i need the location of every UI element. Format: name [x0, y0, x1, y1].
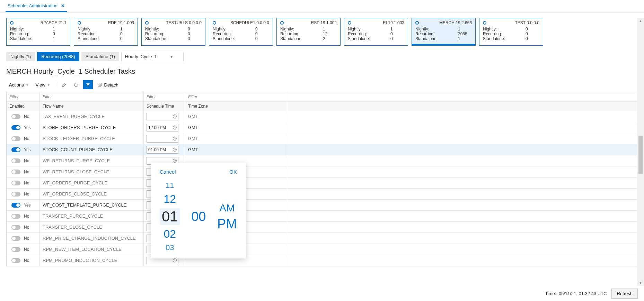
clock-icon[interactable] — [173, 115, 177, 118]
time-picker-ampm[interactable]: AM PM — [217, 202, 237, 231]
tab-scheduler-admin[interactable]: Scheduler Administration ✕ — [6, 0, 67, 12]
enabled-toggle[interactable] — [11, 247, 20, 252]
subtab-standalone[interactable]: Standalone (1) — [81, 52, 119, 61]
view-menu[interactable]: View — [33, 81, 52, 89]
table-row[interactable]: No RPM_PRICE_CHANGE_INDUCTION_CYCLE — [7, 233, 637, 244]
schedule-time-input[interactable] — [147, 135, 178, 143]
table-row[interactable]: No STOCK_LEDGER_PURGE_CYCLE GMT — [7, 133, 637, 144]
filter-timezone[interactable] — [188, 94, 284, 99]
enabled-label: No — [24, 225, 29, 230]
svg-rect-1 — [99, 83, 102, 85]
enabled-toggle[interactable] — [11, 225, 20, 230]
schedule-time-input[interactable]: 01:00 PM — [147, 146, 178, 154]
table-row[interactable]: No WF_RETURNS_CLOSE_CYCLE — [7, 166, 637, 177]
enabled-label: Yes — [24, 203, 31, 208]
timezone: GMT — [188, 136, 198, 141]
table-row[interactable]: No WF_RETURNS_PURGE_CYCLE — [7, 155, 637, 166]
filter-icon[interactable] — [83, 80, 93, 89]
schedule-card[interactable]: TEST 0.0.0.0 Nightly:0 Recurring:0 Stand… — [479, 18, 543, 46]
clock-icon[interactable] — [173, 148, 177, 152]
vertical-scrollbar[interactable]: ▲ ▼ — [637, 18, 644, 286]
time-picker-ok[interactable]: OK — [229, 169, 237, 175]
scroll-thumb[interactable] — [638, 136, 643, 174]
clock-icon[interactable] — [173, 126, 177, 129]
flow-name: TRANSFER_PURGE_CYCLE — [43, 213, 103, 219]
filter-flowname[interactable] — [43, 94, 141, 99]
clock-icon[interactable] — [173, 137, 177, 140]
enabled-toggle[interactable] — [11, 236, 20, 241]
enabled-toggle[interactable] — [11, 170, 20, 174]
flow-name: STOCK_LEDGER_PURGE_CYCLE — [43, 136, 115, 141]
table-row[interactable]: Yes STORE_ORDERS_PURGE_CYCLE 12:00 PM GM… — [7, 122, 637, 133]
subtab-recurring[interactable]: Recurring (2088) — [37, 52, 79, 61]
header-flowname[interactable]: Flow Name — [40, 102, 144, 111]
enabled-toggle[interactable] — [11, 192, 20, 197]
enabled-toggle[interactable] — [11, 203, 20, 208]
enabled-label: Yes — [24, 147, 31, 152]
enabled-label: No — [24, 181, 29, 185]
status-time: Time: 05/11/21, 01:32:43 UTC — [545, 291, 607, 296]
table-row[interactable]: No RPM_PROMO_INDUCTION_CYCLE — [7, 255, 637, 266]
time-picker-cancel[interactable]: Cancel — [160, 169, 176, 175]
header-schedule[interactable]: Schedule Time — [144, 102, 185, 111]
card-title: SCHEDULE1 0.0.0.0 — [230, 20, 269, 25]
clock-icon[interactable] — [173, 159, 177, 163]
scroll-up-icon[interactable]: ▲ — [639, 18, 642, 24]
refresh-icon[interactable] — [71, 80, 81, 89]
enabled-toggle[interactable] — [11, 214, 20, 219]
enabled-toggle[interactable] — [11, 136, 20, 141]
schedule-card[interactable]: RPASCE 21.1 Nightly:1 Recurring:0 Standa… — [6, 18, 70, 46]
flow-name: WF_RETURNS_CLOSE_CYCLE — [43, 169, 109, 174]
enabled-toggle[interactable] — [11, 147, 20, 152]
time-picker-hours[interactable]: 11 12 01 02 03 — [160, 181, 180, 252]
schedule-card[interactable]: TESTURLS 0.0.0.0 Nightly:0 Recurring:0 S… — [141, 18, 205, 46]
close-icon[interactable]: ✕ — [61, 3, 65, 8]
schedule-time-input[interactable]: 12:00 PM — [147, 124, 178, 131]
page-title: MERCH Hourly_Cycle_1 Scheduler Tasks — [6, 67, 638, 75]
enabled-toggle[interactable] — [11, 114, 20, 119]
schedule-card[interactable]: SCHEDULE1 0.0.0.0 Nightly:0 Recurring:0 … — [209, 18, 273, 46]
subtab-nightly[interactable]: Nightly (1) — [6, 52, 35, 61]
schedule-card[interactable]: MERCH 19.2.666 Nightly:1 Recurring:2088 … — [412, 18, 476, 46]
header-timezone[interactable]: Time Zone — [185, 102, 287, 111]
clock-icon[interactable] — [173, 258, 177, 262]
card-status-icon — [145, 21, 149, 25]
card-status-icon — [483, 21, 486, 25]
header-enabled[interactable]: Enabled — [7, 102, 40, 111]
enabled-toggle[interactable] — [11, 181, 20, 185]
flow-name: TRANSFER_CLOSE_CYCLE — [43, 225, 102, 230]
table-row[interactable]: No TRANSFER_PURGE_CYCLE — [7, 211, 637, 222]
card-title: TEST 0.0.0.0 — [515, 20, 539, 25]
scroll-down-icon[interactable]: ▼ — [639, 280, 642, 286]
flow-name: RPM_NEW_ITEM_LOCATION_CYCLE — [43, 247, 122, 252]
table-row[interactable]: Yes WF_COST_TEMPLATE_PURGE_CYCLE — [7, 200, 637, 211]
table-row[interactable]: No WF_ORDERS_PURGE_CYCLE — [7, 177, 637, 189]
enabled-toggle[interactable] — [11, 125, 20, 130]
edit-icon[interactable] — [60, 80, 69, 89]
table-row[interactable]: No TRANSFER_CLOSE_CYCLE — [7, 222, 637, 233]
enabled-label: No — [24, 236, 29, 241]
flow-name: WF_RETURNS_PURGE_CYCLE — [43, 158, 110, 163]
filter-schedule[interactable] — [147, 94, 182, 99]
schedule-time-input[interactable] — [147, 113, 178, 120]
card-status-icon — [280, 21, 284, 25]
detach-label: Detach — [104, 82, 118, 88]
card-title: RSP 19.1.002 — [311, 20, 337, 25]
table-row[interactable]: No TAX_EVENT_PURGE_CYCLE GMT — [7, 111, 637, 122]
timezone: GMT — [188, 114, 198, 119]
tab-label: Scheduler Administration — [8, 3, 58, 8]
schedule-card[interactable]: RSP 19.1.002 Nightly:1 Recurring:12 Stan… — [276, 18, 341, 46]
actions-menu[interactable]: Actions — [6, 81, 31, 89]
schedule-card[interactable]: RDE 19.1.003 Nightly:1 Recurring:0 Stand… — [74, 18, 138, 46]
time-picker-minutes[interactable]: 00 — [190, 209, 207, 224]
table-row[interactable]: No WF_ORDERS_CLOSE_CYCLE — [7, 189, 637, 200]
refresh-button[interactable]: Refresh — [611, 289, 638, 299]
cycle-dropdown[interactable]: Hourly_Cycle_1 — [121, 52, 184, 61]
enabled-toggle[interactable] — [11, 158, 20, 163]
table-row[interactable]: No RPM_NEW_ITEM_LOCATION_CYCLE — [7, 244, 637, 255]
schedule-card[interactable]: RI 19.1.003 Nightly:1 Recurring:0 Standa… — [344, 18, 408, 46]
detach-button[interactable]: Detach — [95, 81, 121, 89]
filter-enabled[interactable] — [9, 94, 37, 99]
enabled-toggle[interactable] — [11, 258, 20, 263]
table-row[interactable]: Yes STOCK_COUNT_PURGE_CYCLE 01:00 PM GMT — [7, 144, 637, 155]
